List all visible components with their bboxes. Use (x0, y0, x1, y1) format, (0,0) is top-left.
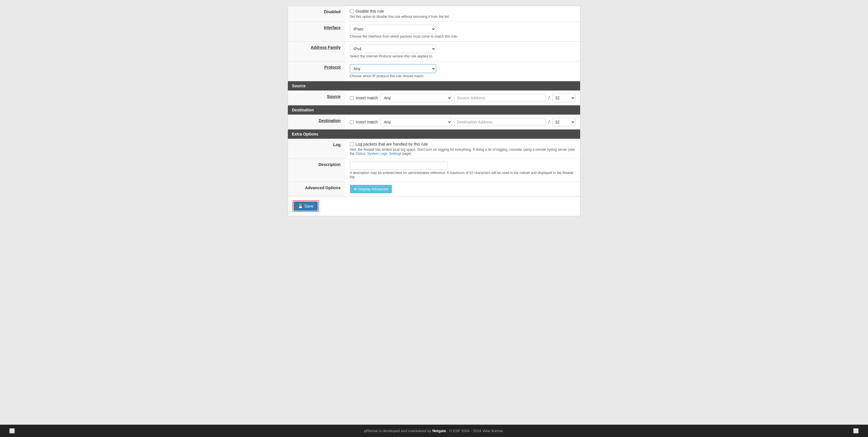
extra-options-header: Extra Options (288, 129, 580, 139)
protocol-label-text: Protocol (324, 65, 341, 69)
destination-label: Destination (288, 115, 345, 129)
disabled-checkbox[interactable] (350, 9, 354, 13)
interface-select[interactable]: IPsec WAN LAN (350, 25, 436, 33)
advanced-options-row: Advanced Options ⚙ Display Advanced (288, 182, 580, 196)
save-label: Save (304, 204, 313, 209)
source-label-text: Source (327, 94, 340, 99)
gear-icon: ⚙ (353, 187, 357, 191)
log-label: Log (288, 139, 345, 159)
log-value: Log packets that are handled by this rul… (345, 139, 580, 159)
destination-slash: / (548, 120, 550, 125)
footer-left-icon: ⬜ (9, 428, 15, 434)
log-settings-link[interactable]: Status: System Logs: Settings (355, 152, 402, 156)
source-section-header-row: Source (288, 81, 580, 91)
source-row: Source Invert match Any Single host or a… (288, 91, 580, 105)
address-family-help-text: Select the Internet Protocol version thi… (350, 54, 576, 58)
display-advanced-label: Display Advanced (359, 187, 388, 191)
log-row: Log Log packets that are handled by this… (288, 139, 580, 159)
extra-options-header-cell: Extra Options (288, 129, 580, 139)
destination-type-select[interactable]: Any Single host or alias Network (380, 118, 452, 126)
source-controls: Invert match Any Single host or alias Ne… (350, 94, 576, 102)
description-row: Description A description may be entered… (288, 159, 580, 182)
protocol-value: Any TCP UDP TCP/UDP ICMP Choose which IP… (345, 61, 580, 81)
footer-text-3: . © ESF 2004 - 2024 (447, 429, 482, 433)
disabled-row: Disabled Disable this rule Set this opti… (288, 6, 580, 22)
protocol-help-text: Choose which IP protocol this rule shoul… (350, 74, 576, 78)
address-family-label-text: Address Family (311, 45, 340, 50)
footer-netgate: Netgate (432, 429, 446, 433)
footer-center-text: pfSense is developed and maintained by N… (15, 429, 853, 433)
protocol-select[interactable]: Any TCP UDP TCP/UDP ICMP (350, 64, 436, 73)
footer-license-link[interactable]: View license. (482, 429, 504, 433)
log-label-text: Log (333, 143, 341, 147)
disabled-checkbox-row: Disable this rule (350, 9, 576, 13)
disabled-value: Disable this rule Set this option to dis… (345, 6, 580, 22)
destination-section-header-cell: Destination (288, 105, 580, 115)
address-family-value: IPv4 IPv6 IPv4+IPv6 Select the Internet … (345, 42, 580, 61)
destination-invert-label: Invert match (356, 120, 378, 124)
source-subnet-select[interactable]: 32 24 (553, 94, 576, 102)
interface-label: Interface (288, 22, 345, 42)
interface-value: IPsec WAN LAN Choose the interface from … (345, 22, 580, 42)
footer-text-2: is developed and maintained by (379, 429, 432, 433)
source-invert-checkbox[interactable] (350, 96, 353, 100)
interface-row: Interface IPsec WAN LAN Choose the inter… (288, 22, 580, 42)
disabled-checkbox-label: Disable this rule (355, 9, 384, 13)
save-button[interactable]: 💾 Save (293, 201, 318, 211)
source-slash: / (548, 95, 550, 100)
address-family-label: Address Family (288, 42, 345, 61)
source-section-header: Source (288, 81, 580, 90)
destination-row: Destination Invert match Any Single host… (288, 115, 580, 129)
interface-help-text: Choose the interface from which packets … (350, 34, 576, 38)
advanced-options-label: Advanced Options (288, 182, 345, 196)
description-input[interactable] (350, 162, 447, 170)
destination-controls: Invert match Any Single host or alias Ne… (350, 118, 576, 126)
disabled-label: Disabled (288, 6, 345, 22)
display-advanced-button[interactable]: ⚙ Display Advanced (350, 185, 392, 193)
destination-section-header-row: Destination (288, 105, 580, 115)
firewall-rule-form: Disabled Disable this rule Set this opti… (288, 6, 580, 196)
address-family-row: Address Family IPv4 IPv6 IPv4+IPv6 Selec… (288, 42, 580, 61)
log-checkbox-label: Log packets that are handled by this rul… (355, 142, 428, 147)
destination-section-header: Destination (288, 105, 580, 115)
description-label: Description (288, 159, 345, 182)
description-help-text: A description may be entered here for ad… (350, 171, 576, 179)
log-checkbox-row: Log packets that are handled by this rul… (350, 142, 576, 147)
source-section-header-cell: Source (288, 81, 580, 91)
footer-content: ⬜ pfSense is developed and maintained by… (3, 428, 865, 434)
destination-invert-checkbox[interactable] (350, 120, 353, 124)
source-address-input[interactable] (454, 94, 546, 102)
source-type-select[interactable]: Any Single host or alias Network (380, 94, 452, 102)
log-help-text-2: page). (402, 152, 412, 156)
interface-label-text: Interface (324, 25, 340, 30)
advanced-options-value: ⚙ Display Advanced (345, 182, 580, 196)
protocol-label: Protocol (288, 61, 345, 81)
disabled-label-text: Disabled (324, 9, 340, 14)
log-checkbox[interactable] (350, 142, 354, 146)
save-button-outline: 💾 Save (292, 200, 319, 212)
protocol-row: Protocol Any TCP UDP TCP/UDP ICMP Choose… (288, 61, 580, 81)
disabled-help-text: Set this option to disable this rule wit… (350, 14, 576, 19)
source-invert-label: Invert match (356, 96, 378, 100)
save-icon: 💾 (298, 204, 303, 209)
source-value: Invert match Any Single host or alias Ne… (345, 91, 580, 105)
description-value: A description may be entered here for ad… (345, 159, 580, 182)
footer: ⬜ pfSense is developed and maintained by… (0, 425, 868, 437)
destination-address-input[interactable] (454, 118, 546, 126)
destination-subnet-select[interactable]: 32 24 (553, 118, 576, 126)
address-family-select[interactable]: IPv4 IPv6 IPv4+IPv6 (350, 44, 436, 53)
footer-right-icon: ⬜ (853, 428, 859, 434)
log-help-text: Hint: the firewall has limited local log… (350, 148, 576, 156)
extra-options-header-row: Extra Options (288, 129, 580, 139)
source-label: Source (288, 91, 345, 105)
destination-value: Invert match Any Single host or alias Ne… (345, 115, 580, 129)
destination-label-text: Destination (319, 118, 340, 123)
footer-pfsense: pfSense (364, 429, 378, 433)
save-wrapper: 💾 Save (288, 196, 580, 216)
advanced-options-label-text: Advanced Options (305, 186, 341, 190)
description-label-text: Description (318, 162, 340, 167)
